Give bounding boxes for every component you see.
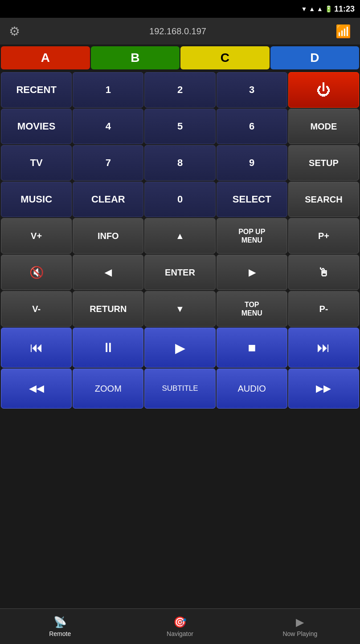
num-6-button[interactable]: 6 xyxy=(217,109,287,144)
down-arrow-icon: ▼ xyxy=(176,304,184,314)
now-playing-tab-label: Now Playing xyxy=(282,630,317,637)
tab-remote[interactable]: 📡 Remote xyxy=(0,616,120,637)
status-icons: ▼ ▲ ▲ 🔋 11:23 xyxy=(301,4,355,14)
music-button[interactable]: MUSIC xyxy=(1,182,72,217)
pause-button[interactable]: ⏸ xyxy=(73,328,143,368)
row-2: MOVIES 4 5 6 MODE xyxy=(1,109,359,144)
skip-fwd-icon: ⏭ xyxy=(317,340,330,355)
wifi-icon: 📶 xyxy=(335,24,351,39)
num-5-button[interactable]: 5 xyxy=(144,109,215,144)
button-c[interactable]: C xyxy=(180,46,270,69)
play-icon: ▶ xyxy=(175,340,185,356)
info-button[interactable]: INFO xyxy=(73,218,143,254)
power-button[interactable]: ⏻ xyxy=(288,72,359,108)
arrow-left-button[interactable]: ◀ xyxy=(73,255,143,290)
tab-navigator[interactable]: 🎯 Navigator xyxy=(120,616,240,637)
remote-tab-icon: 📡 xyxy=(53,616,67,628)
bottom-tabs: 📡 Remote 🎯 Navigator ▶ Now Playing xyxy=(0,608,360,644)
mouse-icon: 🖱 xyxy=(318,266,329,279)
page-down-button[interactable]: P- xyxy=(288,291,359,327)
up-arrow-icon: ▲ xyxy=(176,231,184,241)
num-0-button[interactable]: 0 xyxy=(144,182,215,217)
mute-button[interactable]: 🔇 xyxy=(1,255,72,290)
enter-button[interactable]: ENTER xyxy=(144,255,215,290)
wifi-signal-icon: ▼ xyxy=(301,5,307,12)
color-buttons-row: A B C D xyxy=(0,45,360,71)
zoom-button[interactable]: ZOOM xyxy=(73,369,143,409)
skip-back-icon: ⏮ xyxy=(30,340,43,355)
row-4: MUSIC CLEAR 0 SELECT SEARCH xyxy=(1,182,359,217)
fast-fwd-icon: ▶▶ xyxy=(316,383,331,394)
tab-now-playing[interactable]: ▶ Now Playing xyxy=(240,616,360,637)
skip-back-button[interactable]: ⏮ xyxy=(1,328,72,368)
volume-down-button[interactable]: V- xyxy=(1,291,72,327)
skip-fwd-button[interactable]: ⏭ xyxy=(288,328,359,368)
num-3-button[interactable]: 3 xyxy=(217,72,287,108)
mouse-button[interactable]: 🖱 xyxy=(288,255,359,290)
stop-icon: ■ xyxy=(248,340,256,355)
now-playing-tab-icon: ▶ xyxy=(296,616,304,628)
setup-button[interactable]: SETUP xyxy=(288,145,359,181)
top-menu-button[interactable]: TOPMENU xyxy=(217,291,287,327)
arrow-right-button[interactable]: ▶ xyxy=(217,255,287,290)
fast-fwd-button[interactable]: ▶▶ xyxy=(288,369,359,409)
recent-button[interactable]: RECENT xyxy=(1,72,72,108)
clear-button[interactable]: CLEAR xyxy=(73,182,143,217)
return-button[interactable]: RETURN xyxy=(73,291,143,327)
stop-button[interactable]: ■ xyxy=(217,328,287,368)
row-6: 🔇 ◀ ENTER ▶ 🖱 xyxy=(1,255,359,290)
subtitle-button[interactable]: SUBTITLE xyxy=(144,369,215,409)
row-7: V- RETURN ▼ TOPMENU P- xyxy=(1,291,359,327)
button-a[interactable]: A xyxy=(1,46,90,69)
power-icon: ⏻ xyxy=(316,82,331,98)
row-3: TV 7 8 9 SETUP xyxy=(1,145,359,181)
navigator-tab-icon: 🎯 xyxy=(173,616,187,628)
rewind-icon: ◀◀ xyxy=(29,383,44,394)
select-button[interactable]: SELECT xyxy=(217,182,287,217)
num-8-button[interactable]: 8 xyxy=(144,145,215,181)
num-1-button[interactable]: 1 xyxy=(73,72,143,108)
volume-up-button[interactable]: V+ xyxy=(1,218,72,254)
row-1: RECENT 1 2 3 ⏻ xyxy=(1,72,359,108)
left-arrow-icon: ◀ xyxy=(105,267,111,278)
audio-button[interactable]: AUDIO xyxy=(217,369,287,409)
row-9: ◀◀ ZOOM SUBTITLE AUDIO ▶▶ xyxy=(1,369,359,409)
mode-button[interactable]: MODE xyxy=(288,109,359,144)
row-8: ⏮ ⏸ ▶ ■ ⏭ xyxy=(1,328,359,368)
row-5: V+ INFO ▲ POP UPMENU P+ xyxy=(1,218,359,254)
ip-address: 192.168.0.197 xyxy=(149,26,206,36)
search-button[interactable]: SEARCH xyxy=(288,182,359,217)
popup-menu-button[interactable]: POP UPMENU xyxy=(217,218,287,254)
remote-tab-label: Remote xyxy=(49,630,71,637)
battery-icon: 🔋 xyxy=(325,5,332,12)
header: ⚙ 192.168.0.197 📶 xyxy=(0,18,360,45)
num-2-button[interactable]: 2 xyxy=(144,72,215,108)
mute-icon: 🔇 xyxy=(29,266,44,279)
page-up-button[interactable]: P+ xyxy=(288,218,359,254)
rewind-button[interactable]: ◀◀ xyxy=(1,369,72,409)
signal-bar2-icon: ▲ xyxy=(317,5,323,12)
status-time: 11:23 xyxy=(334,4,355,14)
num-7-button[interactable]: 7 xyxy=(73,145,143,181)
button-d[interactable]: D xyxy=(270,46,360,69)
arrow-up-button[interactable]: ▲ xyxy=(144,218,215,254)
num-4-button[interactable]: 4 xyxy=(73,109,143,144)
remote-grid: RECENT 1 2 3 ⏻ MOVIES 4 5 6 MODE TV 7 8 … xyxy=(0,71,360,410)
num-9-button[interactable]: 9 xyxy=(217,145,287,181)
button-b[interactable]: B xyxy=(91,46,180,69)
pause-icon: ⏸ xyxy=(102,340,115,355)
arrow-down-button[interactable]: ▼ xyxy=(144,291,215,327)
settings-icon[interactable]: ⚙ xyxy=(9,24,20,39)
navigator-tab-label: Navigator xyxy=(167,630,193,637)
tv-button[interactable]: TV xyxy=(1,145,72,181)
status-bar: ▼ ▲ ▲ 🔋 11:23 xyxy=(0,0,360,18)
right-arrow-icon: ▶ xyxy=(249,267,255,278)
movies-button[interactable]: MOVIES xyxy=(1,109,72,144)
play-button[interactable]: ▶ xyxy=(144,328,215,368)
signal-bar-icon: ▲ xyxy=(309,5,315,12)
